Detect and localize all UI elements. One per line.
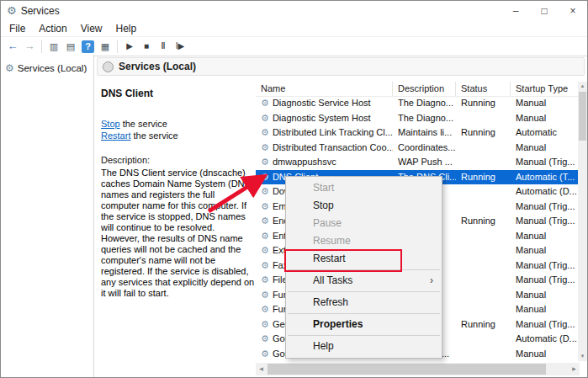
service-startup-cell: Manual <box>511 243 580 258</box>
service-gear-icon: ⚙ <box>261 172 269 182</box>
column-header-startup-type[interactable]: Startup Type <box>511 82 580 96</box>
service-startup-cell: Automatic <box>511 125 580 141</box>
service-name-cell: ⚙Distributed Transaction Coo... <box>256 141 393 156</box>
snapin-header-title: Services (Local) <box>119 61 196 72</box>
stop-service-link[interactable]: Stop <box>101 119 120 129</box>
service-startup-cell: Manual (Trig... <box>511 317 580 333</box>
start-service-icon[interactable]: ▶ <box>121 38 138 55</box>
service-gear-icon: ⚙ <box>261 113 269 123</box>
service-gear-icon: ⚙ <box>261 98 269 108</box>
menu-file[interactable]: File <box>3 22 32 35</box>
service-description-cell: Coordinates... <box>393 141 456 156</box>
service-gear-icon: ⚙ <box>261 260 269 270</box>
service-status-cell: Running <box>456 170 511 185</box>
menu-separator <box>288 335 440 336</box>
column-header-status[interactable]: Status <box>456 82 511 96</box>
menu-item-label: Resume <box>313 235 351 247</box>
close-button[interactable]: × <box>559 1 587 21</box>
service-status-cell <box>456 332 511 347</box>
scroll-left-icon[interactable]: ◀ <box>256 363 267 375</box>
service-status-cell <box>456 200 511 215</box>
stop-service-icon[interactable]: ■ <box>138 38 155 55</box>
service-startup-cell: Manual <box>511 229 580 244</box>
service-action-links: Stop the service Restart the service <box>101 118 256 141</box>
scroll-right-icon[interactable]: ▶ <box>569 363 580 375</box>
service-row[interactable]: ⚙Distributed Link Tracking Cl...Maintain… <box>256 125 580 141</box>
restart-service-link[interactable]: Restart <box>101 130 130 141</box>
stop-link-suffix: the service <box>120 119 167 129</box>
menu-help[interactable]: Help <box>109 22 144 35</box>
submenu-arrow-icon: › <box>430 272 433 290</box>
scroll-up-icon[interactable]: ▲ <box>578 82 587 91</box>
vertical-scrollbar[interactable]: ▲ ▼ <box>578 82 587 361</box>
column-header-label: Description <box>398 83 444 93</box>
context-menu: StartStopPauseResumeRestartAll Tasks›Ref… <box>285 176 442 359</box>
help-icon[interactable]: ? <box>82 40 94 53</box>
service-name-cell: ⚙Distributed Link Tracking Cl... <box>256 125 393 141</box>
service-gear-icon: ⚙ <box>261 290 269 300</box>
service-row[interactable]: ⚙dmwappushsvcWAP Push ...Manual (Trig... <box>256 155 580 170</box>
back-icon[interactable]: ← <box>4 38 21 55</box>
service-row[interactable]: ⚙Distributed Transaction Coo...Coordinat… <box>256 141 580 156</box>
tree-item-services-local[interactable]: ⚙ Services (Local) <box>5 62 93 74</box>
service-row[interactable]: ⚙Diagnostic System HostThe Diagno...Manu… <box>256 111 580 126</box>
vertical-scroll-thumb[interactable] <box>579 92 586 141</box>
service-name: Distributed Transaction Coo... <box>273 142 393 152</box>
show-console-tree-icon[interactable]: ▥ <box>45 38 62 55</box>
service-gear-icon: ⚙ <box>261 157 269 167</box>
service-startup-cell: Automatic (D... <box>511 332 580 347</box>
service-gear-icon: ⚙ <box>261 201 269 211</box>
context-menu-item-restart[interactable]: Restart <box>286 250 442 268</box>
context-menu-item-start: Start <box>286 179 442 197</box>
services-node-icon: ⚙ <box>5 62 14 74</box>
menu-view[interactable]: View <box>74 22 109 35</box>
context-menu-item-all-tasks[interactable]: All Tasks› <box>286 272 442 290</box>
service-gear-icon: ⚙ <box>261 186 269 196</box>
service-description-cell: WAP Push ... <box>393 155 456 170</box>
export-list-icon[interactable]: ▤ <box>62 38 79 55</box>
column-header-label: Name <box>261 83 285 93</box>
services-app-icon: ⚙ <box>7 1 17 21</box>
context-menu-item-pause: Pause <box>286 215 442 232</box>
context-menu-item-help[interactable]: Help <box>286 338 442 355</box>
service-status-cell <box>456 141 511 156</box>
column-header-description[interactable]: Description <box>393 82 456 96</box>
scroll-down-icon[interactable]: ▼ <box>578 352 587 361</box>
restart-link-suffix: the service <box>130 130 177 141</box>
service-gear-icon: ⚙ <box>261 349 269 359</box>
service-row[interactable]: ⚙Diagnostic Service HostThe Diagno...Run… <box>256 96 580 111</box>
service-description-text: The DNS Client service (dnscache) caches… <box>101 168 256 299</box>
menu-item-label: Refresh <box>313 296 348 308</box>
menu-item-label: Pause <box>313 217 342 229</box>
context-menu-item-stop[interactable]: Stop <box>286 197 442 215</box>
forward-icon[interactable]: → <box>21 38 38 55</box>
horizontal-scrollbar[interactable]: ◀ ▶ <box>256 363 580 375</box>
minimize-button[interactable]: – <box>501 1 530 21</box>
menu-action[interactable]: Action <box>32 22 73 35</box>
pause-service-icon[interactable]: ‖ <box>155 38 172 55</box>
horizontal-scroll-thumb[interactable] <box>268 364 546 375</box>
menu-item-label: Start <box>313 182 334 194</box>
menu-item-label: Help <box>313 340 334 352</box>
properties-icon[interactable]: ▦ <box>97 38 114 55</box>
menu-separator <box>288 291 440 292</box>
service-gear-icon: ⚙ <box>261 245 269 255</box>
service-status-cell: Running <box>456 96 511 111</box>
context-menu-item-properties[interactable]: Properties <box>286 316 442 333</box>
service-startup-cell: Manual (Trig... <box>511 258 580 274</box>
column-header-name[interactable]: Nameˆ <box>256 82 393 96</box>
service-status-cell <box>456 273 511 288</box>
services-window: { "window": { "title": "Services", "cont… <box>0 0 588 378</box>
service-startup-cell: Manual <box>511 302 580 317</box>
service-startup-cell: Manual (Trig... <box>511 200 580 215</box>
maximize-button[interactable]: □ <box>530 1 559 21</box>
service-startup-cell: Manual <box>511 347 580 362</box>
restart-service-icon[interactable]: I▶ <box>172 38 188 55</box>
service-gear-icon: ⚙ <box>261 319 269 329</box>
service-startup-cell: Manual <box>511 288 580 303</box>
service-status-cell <box>456 258 511 274</box>
service-startup-cell: Manual <box>511 141 580 156</box>
context-menu-item-refresh[interactable]: Refresh <box>286 294 442 311</box>
service-status-cell: Running <box>456 317 511 333</box>
list-column-headers: NameˆDescriptionStatusStartup Type <box>256 82 580 97</box>
